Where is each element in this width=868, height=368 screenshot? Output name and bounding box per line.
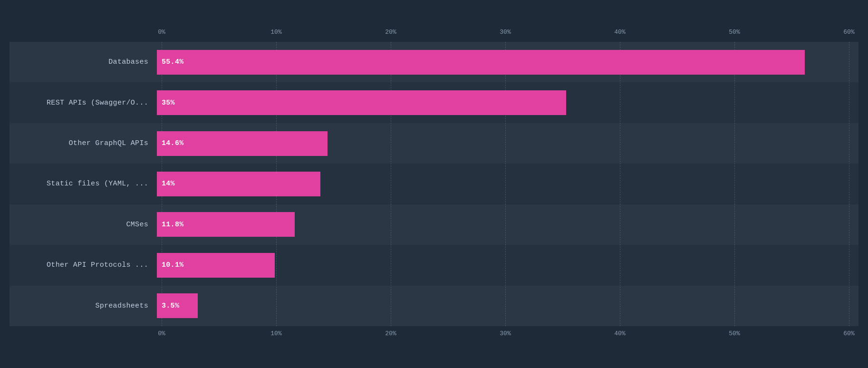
bar-value: 11.8%	[162, 221, 184, 229]
bar-value: 10.1%	[162, 261, 184, 269]
x-tick-label-top: 40%	[614, 29, 625, 36]
x-tick-label-top: 20%	[385, 29, 396, 36]
bar-label: Databases	[10, 58, 157, 66]
bar-row: Static files (YAML, ...14%	[10, 164, 858, 204]
x-tick-label-bottom: 10%	[270, 330, 281, 337]
bar-fill: 55.4%	[157, 50, 805, 75]
bar-fill: 14.6%	[157, 131, 328, 156]
bar-label: REST APIs (Swagger/O...	[10, 99, 157, 107]
bar-label: Spreadsheets	[10, 302, 157, 310]
bar-value: 35%	[162, 99, 175, 107]
x-tick-label-top: 50%	[729, 29, 740, 36]
x-tick-label-bottom: 20%	[385, 330, 396, 337]
bar-label: Other GraphQL APIs	[10, 139, 157, 147]
x-tick-label-top: 60%	[843, 29, 854, 36]
bar-row: CMSes11.8%	[10, 204, 858, 245]
x-tick-label-bottom: 30%	[500, 330, 511, 337]
bar-row: Spreadsheets3.5%	[10, 286, 858, 326]
bar-value: 55.4%	[162, 58, 184, 66]
bar-label: Other API Protocols ...	[10, 261, 157, 269]
bar-value: 3.5%	[162, 302, 179, 310]
bar-fill: 10.1%	[157, 253, 275, 278]
bar-fill: 3.5%	[157, 293, 198, 318]
bar-track: 10.1%	[157, 253, 858, 278]
x-tick-label-top: 0%	[158, 29, 165, 36]
bar-row: REST APIs (Swagger/O...35%	[10, 82, 858, 123]
bar-track: 55.4%	[157, 50, 858, 75]
bar-track: 11.8%	[157, 212, 858, 237]
x-tick-label-top: 30%	[500, 29, 511, 36]
bar-fill: 35%	[157, 90, 566, 115]
chart-container: 0%10%20%30%40%50%60% Databases55.4%REST …	[0, 0, 868, 368]
bar-row: Other API Protocols ...10.1%	[10, 245, 858, 285]
bar-track: 3.5%	[157, 293, 858, 318]
x-tick-label-bottom: 50%	[729, 330, 740, 337]
bar-label: Static files (YAML, ...	[10, 180, 157, 188]
bar-track: 35%	[157, 90, 858, 115]
bar-value: 14.6%	[162, 139, 184, 147]
bar-track: 14.6%	[157, 131, 858, 156]
bar-value: 14%	[162, 180, 175, 188]
x-axis-bottom: 0%10%20%30%40%50%60%	[162, 330, 849, 339]
bar-fill: 11.8%	[157, 212, 295, 237]
bar-label: CMSes	[10, 221, 157, 229]
bar-row: Other GraphQL APIs14.6%	[10, 123, 858, 164]
bar-fill: 14%	[157, 172, 320, 196]
chart-area: 0%10%20%30%40%50%60% Databases55.4%REST …	[10, 29, 858, 339]
x-axis-top: 0%10%20%30%40%50%60%	[162, 29, 849, 38]
bars-section: Databases55.4%REST APIs (Swagger/O...35%…	[10, 42, 858, 326]
bar-track: 14%	[157, 172, 858, 196]
x-tick-label-bottom: 0%	[158, 330, 165, 337]
x-tick-label-bottom: 40%	[614, 330, 625, 337]
x-tick-label-top: 10%	[270, 29, 281, 36]
x-tick-label-bottom: 60%	[843, 330, 854, 337]
bar-row: Databases55.4%	[10, 42, 858, 82]
